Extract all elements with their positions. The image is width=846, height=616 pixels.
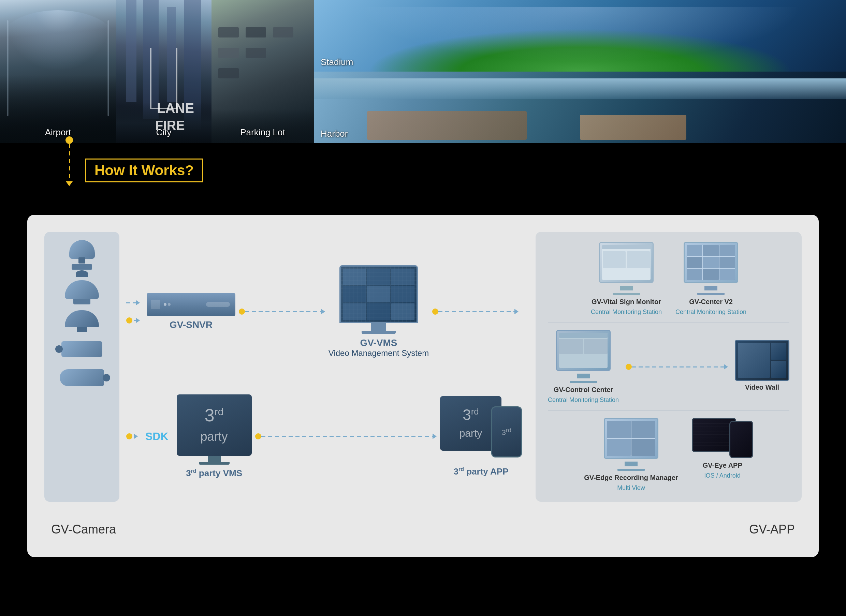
gv-videowall-name: Video Wall [745, 384, 779, 392]
camera-column [44, 232, 119, 502]
gv-edge-name: GV-Edge Recording Manager [584, 474, 678, 482]
yellow-dot-top [66, 136, 73, 144]
city-label: City [156, 127, 172, 138]
gv-camera-bottom-label: GV-Camera [51, 522, 116, 537]
app-divider-1 [548, 323, 789, 323]
parking-label: Parking Lot [240, 127, 285, 138]
third-party-app-node: 3rd party 3rd 3rd party APP [440, 396, 522, 477]
harbor-label: Harbor [321, 129, 347, 139]
third-party-vms-node: 3rd party 3rd party VMS [177, 395, 252, 479]
photo-right-col: Stadium Harbor [314, 0, 846, 143]
gv-vital-name: GV-Vital Sign Monitor [591, 298, 661, 306]
gv-control-name: GV-Control Center [554, 386, 613, 394]
camera-indoor-dome [63, 310, 101, 332]
photo-airport: Airport [0, 0, 116, 143]
sdk-label: SDK [145, 430, 169, 443]
center-flow: GV-SNVR [119, 232, 536, 502]
stadium-label: Stadium [321, 57, 353, 67]
camera-box [58, 339, 106, 360]
how-it-works-section: How It Works? [0, 143, 846, 205]
gv-videowall-node: Video Wall [735, 340, 789, 394]
gv-edge-sublabel: Multi View [617, 484, 645, 491]
photo-stadium: Stadium [314, 0, 846, 72]
gv-vital-node: GV-Vital Sign Monitor Central Monitoring… [591, 242, 662, 316]
app-row-2: GV-Control Center Central Monitoring Sta… [548, 330, 789, 403]
how-it-works-box: How It Works? [85, 158, 203, 182]
camera-ptz [66, 240, 97, 274]
photo-parking: Parking Lot [212, 0, 314, 143]
vms-label: GV-VMS [360, 337, 397, 348]
gv-center-node: GV-Center V2 Central Monitoring Station [675, 242, 746, 316]
app-divider-2 [548, 411, 789, 411]
arrow-down-yellow [66, 181, 73, 186]
app-row-3: GV-Edge Recording Manager Multi View [548, 418, 789, 491]
gv-eye-name: GV-Eye APP [703, 462, 742, 469]
gv-eye-sublabel: iOS / Android [705, 472, 741, 479]
third-party-app-label: 3rd party APP [454, 466, 509, 477]
vms-sublabel: Video Management System [328, 348, 429, 358]
diagram-section: GV-SNVR [27, 215, 819, 557]
photo-grid: Airport LANE FIRE City [0, 0, 846, 143]
flow-top-section: GV-SNVR [126, 248, 522, 375]
how-it-works-label: How It Works? [85, 158, 203, 182]
bottom-labels: GV-Camera GV-APP [44, 512, 802, 537]
third-party-vms-label: 3rd party VMS [186, 468, 242, 479]
photo-city: LANE FIRE City [116, 0, 212, 143]
gv-center-sublabel: Central Monitoring Station [675, 308, 746, 316]
gv-snvr-node: GV-SNVR [147, 293, 235, 330]
gv-vital-sublabel: Central Monitoring Station [591, 308, 662, 316]
dashed-line-vertical [69, 144, 70, 181]
gv-vms-node: GV-VMS Video Management System [328, 265, 429, 358]
gv-control-sublabel: Central Monitoring Station [548, 396, 619, 403]
app-column: GV-Vital Sign Monitor Central Monitoring… [536, 232, 802, 502]
flow-bottom-section: SDK 3rd party [126, 395, 522, 485]
gv-center-name: GV-Center V2 [689, 298, 733, 306]
gv-control-node: GV-Control Center Central Monitoring Sta… [548, 330, 619, 403]
app-row-1: GV-Vital Sign Monitor Central Monitoring… [548, 242, 789, 316]
diagram-main: GV-SNVR [44, 232, 802, 502]
photo-harbor: Harbor [314, 72, 846, 143]
gv-edge-node: GV-Edge Recording Manager Multi View [584, 418, 678, 491]
gv-app-bottom-label: GV-APP [749, 522, 795, 537]
camera-dome [63, 280, 101, 304]
gv-eye-node: GV-Eye APP iOS / Android [692, 418, 753, 491]
camera-bullet [56, 367, 107, 390]
snvr-label: GV-SNVR [169, 320, 212, 330]
